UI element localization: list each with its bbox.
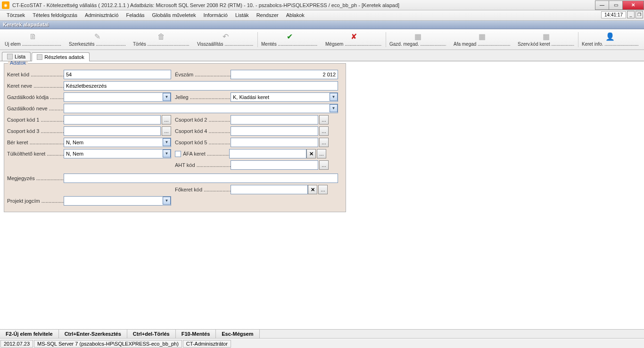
edit-icon: ✎ (93, 33, 101, 41)
tab-lista[interactable]: Lista (2, 52, 31, 61)
cancel-button[interactable]: ✘Mégsem (322, 30, 386, 49)
menu-listak[interactable]: Listák (231, 10, 253, 20)
menu-rendszer[interactable]: Rendszer (253, 10, 282, 20)
edit-button[interactable]: ✎Szerkesztés (65, 30, 129, 49)
maximize-button[interactable]: ▭ (609, 0, 623, 10)
menubar: Törzsek Tételes feldolgozás Adminisztrác… (0, 10, 644, 21)
window-titlebar: ◉ CT-EcoSTAT - Kötelezettség vállalás ( … (0, 0, 644, 10)
undo-icon: ↶ (221, 33, 230, 41)
keretinfo-button[interactable]: 👤Keret info. (578, 30, 642, 49)
app-icon: ◉ (2, 1, 9, 9)
new-button[interactable]: 🗎Új elem (1, 30, 65, 49)
tab-reszletes[interactable]: Részletes adatok (32, 52, 89, 61)
new-icon: 🗎 (29, 33, 37, 41)
grid-icon: ▦ (478, 33, 486, 41)
menu-admin[interactable]: Adminisztráció (81, 10, 123, 20)
toolbar: 🗎Új elem ✎Szerkesztés 🗑Törlés ↶Visszaáll… (0, 29, 644, 50)
undo-button[interactable]: ↶Visszaállítás (193, 30, 257, 49)
minimize-button[interactable]: — (595, 0, 609, 10)
save-button[interactable]: ✔Mentés (257, 30, 322, 49)
grid-icon (7, 54, 13, 59)
gazd-button[interactable]: ▦Gazd. megad. (386, 30, 450, 49)
window-title: CT-EcoSTAT - Kötelezettség vállalás ( 20… (11, 2, 595, 8)
info-icon: 👤 (606, 33, 614, 41)
delete-icon: 🗑 (157, 33, 165, 41)
menu-ablakok[interactable]: Ablakok (282, 10, 308, 20)
menu-info[interactable]: Információ (200, 10, 231, 20)
grid-icon: ▦ (542, 33, 550, 41)
panel-title: Keretek alapadatai (0, 21, 644, 29)
mdi-minimize-button[interactable]: _ (627, 11, 635, 18)
delete-button[interactable]: 🗑Törlés (129, 30, 193, 49)
clock: 14:41:17 (601, 11, 626, 18)
menu-feladas[interactable]: Feladás (122, 10, 148, 20)
check-icon: ✔ (285, 33, 294, 41)
menu-globalis[interactable]: Globális műveletek (149, 10, 200, 20)
tab-bar: Lista Részletes adatok (0, 50, 644, 61)
page-icon (37, 54, 42, 60)
x-icon: ✘ (349, 33, 358, 41)
menu-torzsek[interactable]: Törzsek (3, 10, 29, 20)
mdi-restore-button[interactable]: ❐ (636, 11, 643, 18)
afa-button[interactable]: ▦Áfa megad (450, 30, 514, 49)
menu-teteles[interactable]: Tételes feldolgozás (29, 10, 81, 20)
close-button[interactable]: ✕ (622, 0, 644, 10)
grid-icon: ▦ (413, 33, 422, 41)
szerv-button[interactable]: ▦Szerv.kód keret (514, 30, 578, 49)
krono-button[interactable]: 🕓Kronológia (642, 30, 644, 49)
